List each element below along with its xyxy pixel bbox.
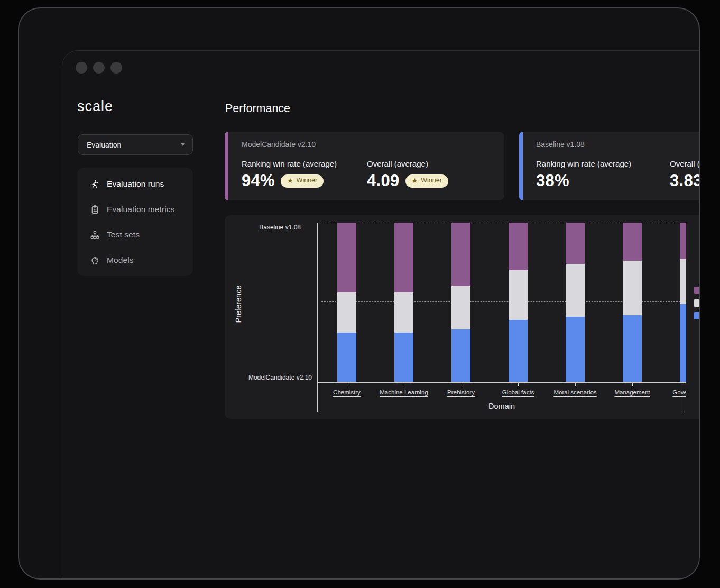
- x-axis-line: [317, 382, 686, 383]
- bar-segment-baseline: [337, 223, 356, 292]
- x-tick: [575, 383, 576, 386]
- x-category-label-prehistory[interactable]: Prehistory: [447, 389, 475, 396]
- window-control-dot-3[interactable]: [110, 62, 122, 74]
- legend-swatch-candidate: [694, 312, 700, 319]
- bar-segment-baseline: [623, 223, 642, 261]
- star-icon: ★: [412, 177, 418, 184]
- x-axis-title: Domain: [317, 402, 686, 410]
- chevron-down-icon: [181, 143, 185, 146]
- winner-badge-label: Winner: [297, 177, 318, 184]
- bar-segment-candidate: [451, 329, 470, 382]
- x-category-label-government[interactable]: Government: [672, 389, 686, 396]
- sidebar-item-test-sets[interactable]: Test sets: [77, 222, 193, 247]
- metric-card-baseline: Baseline v1.08 Ranking win rate (average…: [519, 132, 700, 200]
- workspace-dropdown-value: Evaluation: [87, 141, 181, 149]
- metric-overall: Overall (average) 3.83 ★ Winner: [670, 159, 700, 190]
- card-accent-blue: [519, 132, 523, 200]
- x-category-label-chemistry[interactable]: Chemistry: [333, 389, 361, 396]
- metric-value: 94%: [242, 171, 275, 190]
- card-title: ModelCandidate v2.10: [242, 140, 316, 149]
- x-tick: [347, 383, 347, 386]
- chart-bar-prehistory: [451, 223, 470, 382]
- metric-label: Ranking win rate (average): [242, 159, 337, 168]
- legend-swatch-tie: [694, 299, 700, 307]
- bar-segment-candidate: [680, 304, 686, 382]
- bar-segment-baseline: [566, 223, 585, 264]
- chart-bar-global-facts: [509, 223, 528, 382]
- workspace-dropdown[interactable]: Evaluation: [78, 134, 193, 155]
- card-accent-purple: [225, 132, 228, 200]
- x-tick: [404, 383, 404, 386]
- scale-logo: scale: [77, 98, 113, 115]
- y-axis-line: [317, 223, 318, 412]
- y-axis-title: Preference: [234, 272, 245, 336]
- star-icon: ★: [287, 177, 293, 184]
- metric-value: 3.83: [670, 171, 700, 190]
- sidebar-item-evaluation-runs[interactable]: Evaluation runs: [77, 171, 193, 197]
- x-category-label-global-facts[interactable]: Global facts: [502, 389, 534, 396]
- bar-segment-baseline: [509, 223, 528, 270]
- preference-chart-card: Baseline v1.08 Preference ModelCandidate…: [225, 215, 700, 419]
- bar-segment-baseline: [451, 223, 470, 286]
- sidebar-item-label: Evaluation runs: [107, 179, 164, 189]
- metric-ranking-win-rate: Ranking win rate (average) 38% ★ Winner: [536, 159, 631, 190]
- bar-segment-tie: [451, 286, 470, 329]
- window-control-dot-2[interactable]: [93, 62, 105, 74]
- bar-segment-tie: [394, 292, 413, 332]
- x-tick: [518, 383, 519, 386]
- clipboard-icon: [90, 205, 100, 215]
- device-frame: scale Evaluation Evaluation runs: [18, 7, 700, 580]
- x-category-label-moral-scenarios[interactable]: Moral scenarios: [553, 389, 596, 396]
- chart-bar-government: [680, 223, 686, 382]
- bar-segment-baseline: [394, 223, 413, 292]
- y-axis-bottom-label: ModelCandidate v2.10: [225, 374, 312, 381]
- y-axis-top-label: Baseline v1.08: [225, 224, 301, 231]
- chart-bar-moral-scenarios: [566, 223, 585, 382]
- bar-segment-tie: [509, 270, 528, 319]
- winner-badge: ★ Winner: [405, 174, 448, 188]
- sidebar-item-label: Evaluation metrics: [107, 205, 174, 214]
- bar-segment-tie: [337, 292, 356, 332]
- plot-area: ChemistryMachine LearningPrehistoryGloba…: [317, 223, 686, 416]
- metric-card-modelcandidate: ModelCandidate v2.10 Ranking win rate (a…: [225, 132, 504, 200]
- metric-value: 38%: [536, 171, 569, 190]
- card-title: Baseline v1.08: [536, 140, 585, 149]
- legend-swatch-baseline: [694, 287, 700, 294]
- bar-segment-candidate: [623, 315, 642, 382]
- sidebar-item-label: Models: [107, 255, 134, 265]
- x-tick: [632, 383, 633, 386]
- bar-segment-tie: [680, 259, 686, 304]
- chart-bar-chemistry: [337, 223, 356, 382]
- app-window: scale Evaluation Evaluation runs: [62, 50, 700, 580]
- metric-label: Overall (average): [670, 159, 700, 168]
- page-title: Performance: [225, 102, 290, 115]
- bar-segment-baseline: [680, 223, 686, 259]
- metric-ranking-win-rate: Ranking win rate (average) 94% ★ Winner: [242, 159, 337, 190]
- bar-segment-candidate: [566, 317, 585, 382]
- x-tick: [461, 383, 461, 386]
- sidebar-item-label: Test sets: [107, 230, 140, 240]
- winner-badge-label: Winner: [421, 177, 442, 184]
- bar-segment-tie: [623, 261, 642, 315]
- bar-segment-tie: [566, 264, 585, 316]
- brain-head-icon: [90, 255, 100, 265]
- bar-segment-candidate: [394, 333, 413, 382]
- sidebar-nav: Evaluation runs Evaluation metrics: [77, 168, 193, 276]
- sidebar-item-models[interactable]: Models: [77, 247, 193, 273]
- sidebar-item-evaluation-metrics[interactable]: Evaluation metrics: [77, 197, 193, 222]
- chart-bar-management: [623, 223, 642, 382]
- bar-segment-candidate: [509, 320, 528, 382]
- metric-label: Ranking win rate (average): [536, 159, 631, 168]
- sitemap-icon: [90, 230, 100, 240]
- metric-value: 4.09: [367, 171, 400, 190]
- chart-legend: [694, 287, 700, 325]
- bar-segment-candidate: [337, 333, 356, 382]
- x-category-label-machine-learning[interactable]: Machine Learning: [380, 389, 428, 396]
- chart-bar-machine-learning: [394, 223, 413, 382]
- runner-icon: [90, 179, 100, 189]
- winner-badge: ★ Winner: [281, 174, 324, 188]
- x-category-label-management[interactable]: Management: [614, 389, 650, 396]
- metric-overall: Overall (average) 4.09 ★ Winner: [367, 159, 448, 190]
- window-control-dot-1[interactable]: [76, 62, 87, 74]
- metric-label: Overall (average): [367, 159, 448, 168]
